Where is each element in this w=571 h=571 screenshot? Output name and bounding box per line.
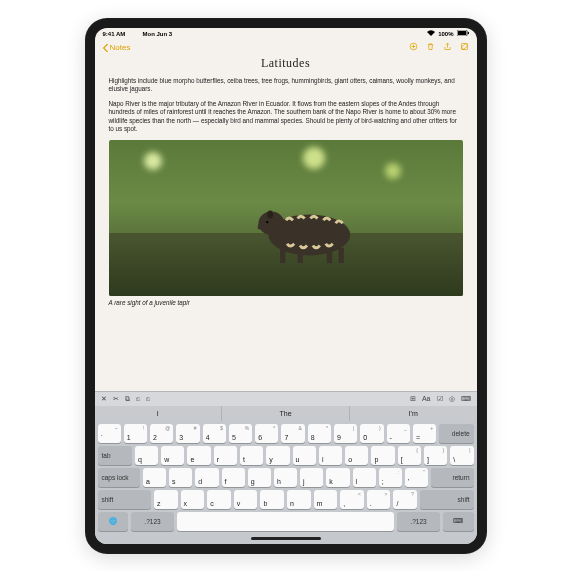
key-d[interactable]: d bbox=[195, 468, 218, 487]
key-[interactable]: ⌨ bbox=[443, 512, 474, 531]
note-paragraph-2: Napo River is the major tributary of the… bbox=[109, 100, 463, 134]
key-[interactable]: [{ bbox=[398, 446, 421, 465]
key-[interactable]: -_ bbox=[387, 424, 410, 443]
battery-icon bbox=[457, 30, 469, 37]
key-n[interactable]: n bbox=[287, 490, 311, 509]
svg-point-11 bbox=[267, 210, 273, 218]
key-i[interactable]: i bbox=[319, 446, 342, 465]
key-123[interactable]: .?123 bbox=[397, 512, 440, 531]
note-content[interactable]: Latitudes Highlights include blue morpho… bbox=[95, 56, 477, 391]
key-c[interactable]: c bbox=[207, 490, 231, 509]
key-123[interactable]: .?123 bbox=[131, 512, 174, 531]
key-a[interactable]: a bbox=[143, 468, 166, 487]
key-w[interactable]: w bbox=[161, 446, 184, 465]
format-icon[interactable]: Aa bbox=[422, 395, 431, 402]
battery-percent: 100% bbox=[438, 31, 453, 37]
key-[interactable]: `~ bbox=[98, 424, 121, 443]
key-[interactable]: '" bbox=[405, 468, 428, 487]
camera-icon[interactable]: ◎ bbox=[449, 395, 455, 403]
key-z[interactable]: z bbox=[154, 490, 178, 509]
key-[interactable]: \| bbox=[450, 446, 473, 465]
key-return[interactable]: return bbox=[431, 468, 473, 487]
keyboard: `~1!2@3#4$5%6^7&8*9(0)-_=+delete tabqwer… bbox=[95, 421, 477, 534]
keyboard-toolbar: ✕ ✂ ⧉ ⎌ ⎌ ⊞ Aa ☑ ◎ ⌨ bbox=[95, 391, 477, 406]
key-[interactable] bbox=[177, 512, 394, 531]
share-icon[interactable] bbox=[443, 42, 452, 53]
key-shift[interactable]: shift bbox=[420, 490, 473, 509]
key-8[interactable]: 8* bbox=[308, 424, 331, 443]
trash-icon[interactable] bbox=[426, 42, 435, 53]
ipad-device-frame: 9:41 AM Mon Jun 3 100% Notes Latitudes H… bbox=[85, 18, 487, 554]
status-bar: 9:41 AM Mon Jun 3 100% bbox=[95, 28, 477, 40]
key-7[interactable]: 7& bbox=[281, 424, 304, 443]
key-9[interactable]: 9( bbox=[334, 424, 357, 443]
note-image[interactable] bbox=[109, 140, 463, 296]
key-5[interactable]: 5% bbox=[229, 424, 252, 443]
key-delete[interactable]: delete bbox=[439, 424, 473, 443]
redo-icon[interactable]: ⎌ bbox=[146, 395, 150, 402]
back-button[interactable]: Notes bbox=[103, 43, 131, 52]
compose-icon[interactable] bbox=[460, 42, 469, 53]
key-l[interactable]: l bbox=[353, 468, 376, 487]
nav-bar: Notes bbox=[95, 40, 477, 56]
key-t[interactable]: t bbox=[240, 446, 263, 465]
key-6[interactable]: 6^ bbox=[255, 424, 278, 443]
svg-rect-2 bbox=[467, 32, 468, 34]
key-h[interactable]: h bbox=[274, 468, 297, 487]
key-p[interactable]: p bbox=[371, 446, 394, 465]
checklist-icon[interactable]: ☑ bbox=[437, 395, 443, 403]
key-[interactable]: /? bbox=[393, 490, 417, 509]
key-m[interactable]: m bbox=[314, 490, 338, 509]
key-k[interactable]: k bbox=[326, 468, 349, 487]
key-3[interactable]: 3# bbox=[176, 424, 199, 443]
status-time: 9:41 AM bbox=[103, 31, 126, 37]
home-indicator[interactable] bbox=[95, 534, 477, 544]
key-q[interactable]: q bbox=[135, 446, 158, 465]
key-b[interactable]: b bbox=[260, 490, 284, 509]
key-[interactable]: ;: bbox=[379, 468, 402, 487]
predictive-bar: I The I'm bbox=[95, 406, 477, 421]
key-e[interactable]: e bbox=[187, 446, 210, 465]
key-4[interactable]: 4$ bbox=[203, 424, 226, 443]
key-u[interactable]: u bbox=[293, 446, 316, 465]
key-j[interactable]: j bbox=[300, 468, 323, 487]
key-v[interactable]: v bbox=[234, 490, 258, 509]
image-caption: A rare sight of a juvenile tapir bbox=[109, 299, 463, 306]
key-capslock[interactable]: caps lock bbox=[98, 468, 140, 487]
suggestion-2[interactable]: The bbox=[222, 406, 350, 421]
key-s[interactable]: s bbox=[169, 468, 192, 487]
undo-icon[interactable]: ⎌ bbox=[136, 395, 140, 402]
markup-icon[interactable]: ⌨ bbox=[461, 395, 471, 403]
suggestion-1[interactable]: I bbox=[95, 406, 223, 421]
key-[interactable]: .> bbox=[367, 490, 391, 509]
key-[interactable]: ,< bbox=[340, 490, 364, 509]
key-2[interactable]: 2@ bbox=[150, 424, 173, 443]
wifi-icon bbox=[427, 30, 435, 37]
key-[interactable]: 🌐 bbox=[98, 512, 129, 531]
svg-rect-7 bbox=[280, 247, 285, 263]
copy-icon[interactable]: ⧉ bbox=[125, 395, 130, 403]
svg-point-12 bbox=[266, 221, 268, 223]
attach-icon[interactable] bbox=[409, 42, 418, 53]
svg-rect-1 bbox=[457, 31, 465, 35]
key-r[interactable]: r bbox=[214, 446, 237, 465]
key-o[interactable]: o bbox=[345, 446, 368, 465]
key-1[interactable]: 1! bbox=[124, 424, 147, 443]
suggestion-3[interactable]: I'm bbox=[350, 406, 477, 421]
key-f[interactable]: f bbox=[222, 468, 245, 487]
tapir-illustration bbox=[215, 194, 392, 264]
key-g[interactable]: g bbox=[248, 468, 271, 487]
cut-icon[interactable]: ✂ bbox=[113, 395, 119, 403]
key-x[interactable]: x bbox=[181, 490, 205, 509]
status-date: Mon Jun 3 bbox=[143, 31, 173, 37]
close-toolbar-icon[interactable]: ✕ bbox=[101, 395, 107, 403]
key-0[interactable]: 0) bbox=[360, 424, 383, 443]
key-y[interactable]: y bbox=[266, 446, 289, 465]
note-paragraph-1: Highlights include blue morpho butterfli… bbox=[109, 77, 463, 94]
key-[interactable]: ]} bbox=[424, 446, 447, 465]
key-[interactable]: =+ bbox=[413, 424, 436, 443]
key-shift[interactable]: shift bbox=[98, 490, 151, 509]
key-tab[interactable]: tab bbox=[98, 446, 132, 465]
screen: 9:41 AM Mon Jun 3 100% Notes Latitudes H… bbox=[95, 28, 477, 544]
table-icon[interactable]: ⊞ bbox=[410, 395, 416, 403]
